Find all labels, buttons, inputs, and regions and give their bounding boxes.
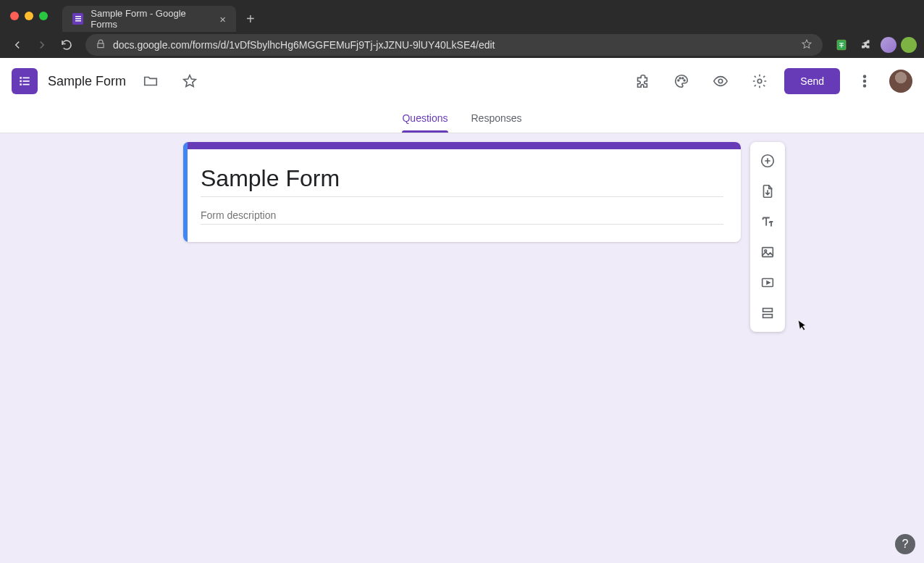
profile-avatar-small[interactable] xyxy=(881,37,896,53)
form-description-input[interactable] xyxy=(201,209,723,224)
preview-eye-icon[interactable] xyxy=(706,67,735,96)
browser-tab-strip: Sample Form - Google Forms × + xyxy=(0,0,924,32)
svg-rect-23 xyxy=(763,309,773,312)
add-video-icon[interactable] xyxy=(753,268,782,297)
lock-icon xyxy=(96,39,106,51)
editor-tabs: Questions Responses xyxy=(0,104,924,133)
svg-point-10 xyxy=(678,80,679,81)
add-section-icon[interactable] xyxy=(753,299,782,328)
mouse-cursor-icon xyxy=(797,318,810,335)
browser-toolbar: docs.google.com/forms/d/1vDfSbylhcHg6MGG… xyxy=(0,32,924,58)
card-selection-stripe xyxy=(183,142,188,242)
url-text: docs.google.com/forms/d/1vDfSbylhcHg6MGG… xyxy=(113,39,495,51)
add-title-text-icon[interactable] xyxy=(753,207,782,236)
customize-theme-palette-icon[interactable] xyxy=(667,67,696,96)
star-document-icon[interactable] xyxy=(175,67,204,96)
add-question-icon[interactable] xyxy=(753,146,782,175)
browser-tab[interactable]: Sample Form - Google Forms × xyxy=(62,6,236,32)
form-header-card[interactable] xyxy=(183,142,741,242)
svg-rect-9 xyxy=(23,84,30,86)
bookmark-star-icon[interactable] xyxy=(801,38,812,52)
svg-point-16 xyxy=(864,75,866,78)
svg-rect-2 xyxy=(75,20,81,22)
svg-point-13 xyxy=(684,80,686,81)
import-questions-icon[interactable] xyxy=(753,177,782,206)
svg-rect-20 xyxy=(763,248,773,257)
tab-questions[interactable]: Questions xyxy=(402,112,448,133)
svg-rect-5 xyxy=(23,78,30,79)
svg-point-18 xyxy=(864,85,866,87)
extension-sheets-icon[interactable] xyxy=(831,35,852,55)
svg-point-15 xyxy=(758,79,763,83)
title-underline xyxy=(201,196,723,197)
svg-point-17 xyxy=(864,80,866,83)
svg-point-12 xyxy=(682,78,684,79)
move-to-folder-icon[interactable] xyxy=(136,67,165,96)
back-button[interactable] xyxy=(7,35,28,55)
window-close-button[interactable] xyxy=(10,12,19,20)
google-forms-logo-icon[interactable] xyxy=(12,68,38,94)
window-controls xyxy=(0,0,58,32)
window-minimize-button[interactable] xyxy=(25,12,33,20)
forms-favicon-icon xyxy=(72,13,83,25)
account-avatar[interactable] xyxy=(889,70,912,93)
extensions-puzzle-icon[interactable] xyxy=(856,35,876,55)
add-image-icon[interactable] xyxy=(753,238,782,267)
tab-responses[interactable]: Responses xyxy=(471,112,522,133)
addons-puzzle-icon[interactable] xyxy=(628,67,657,96)
form-title-input[interactable] xyxy=(201,165,723,196)
svg-rect-24 xyxy=(763,314,773,318)
svg-rect-8 xyxy=(20,83,22,86)
new-tab-button[interactable]: + xyxy=(246,6,255,32)
address-bar[interactable]: docs.google.com/forms/d/1vDfSbylhcHg6MGG… xyxy=(85,34,823,56)
app-header: Sample Form Send xyxy=(0,58,924,104)
svg-rect-4 xyxy=(20,77,22,79)
card-accent-stripe xyxy=(183,142,741,149)
svg-rect-1 xyxy=(75,18,81,20)
window-zoom-button[interactable] xyxy=(39,12,48,20)
svg-rect-7 xyxy=(23,80,30,82)
question-toolbar xyxy=(750,142,785,332)
close-tab-icon[interactable]: × xyxy=(219,13,226,25)
secondary-profile-avatar[interactable] xyxy=(901,37,917,53)
settings-gear-icon[interactable] xyxy=(745,67,774,96)
send-button[interactable]: Send xyxy=(784,68,840,94)
document-title[interactable]: Sample Form xyxy=(48,74,126,89)
form-canvas xyxy=(0,133,924,563)
reload-button[interactable] xyxy=(56,35,77,55)
svg-point-11 xyxy=(680,78,681,79)
svg-rect-0 xyxy=(75,16,81,17)
svg-rect-6 xyxy=(20,80,22,83)
help-button[interactable]: ? xyxy=(895,534,915,554)
more-menu-icon[interactable] xyxy=(850,67,879,96)
forward-button[interactable] xyxy=(32,35,52,55)
svg-point-14 xyxy=(719,79,723,83)
browser-tab-title: Sample Form - Google Forms xyxy=(91,8,209,30)
description-underline xyxy=(201,224,723,225)
